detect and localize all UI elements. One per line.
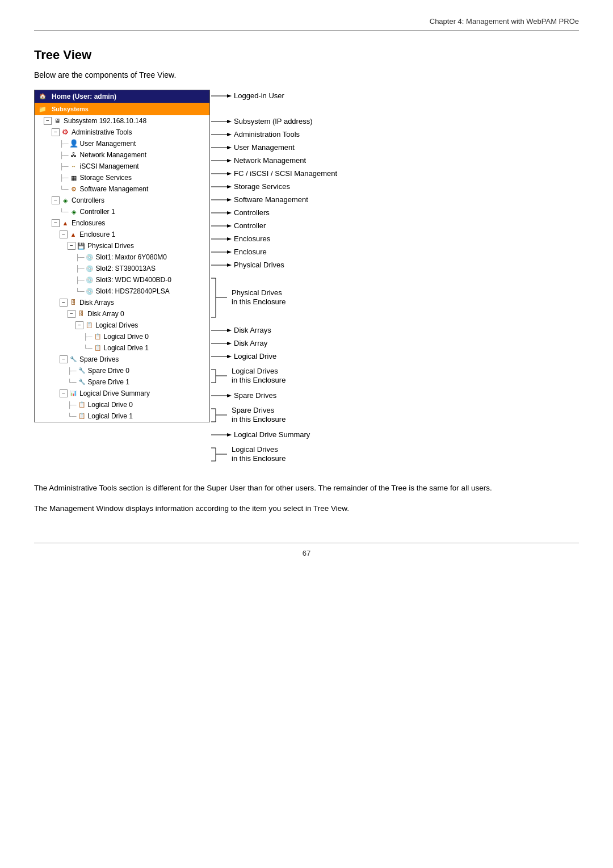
enclosure1-icon: ▲ — [69, 230, 78, 239]
subsystem-label: Subsystem 192.168.10.148 — [64, 117, 146, 125]
slot3-label: Slot3: WDC WD400BD-0 — [96, 276, 171, 284]
svg-marker-34 — [227, 250, 232, 254]
tree-slot3[interactable]: ├─ 💿 Slot3: WDC WD400BD-0 — [35, 274, 209, 286]
logical-drive1-label: Logical Drive 1 — [104, 344, 149, 352]
tree-ld-sum0[interactable]: ├─ 📋 Logical Drive 0 — [35, 399, 209, 410]
enclosures-label: Enclosures — [72, 219, 105, 227]
tree-controllers[interactable]: − ◈ Controllers — [35, 195, 209, 206]
disk-arrays-icon: 🗄 — [69, 298, 78, 307]
tree-subsystem[interactable]: − 🖥 Subsystem 192.168.10.148 — [35, 115, 209, 127]
spare-drives-label: Spare Drives — [79, 355, 119, 363]
user-mgmt-label: User Management — [80, 140, 136, 148]
logical-drive1-icon: 📋 — [93, 343, 102, 353]
tree-spare-drive0[interactable]: ├─ 🔧 Spare Drive 0 — [35, 365, 209, 376]
svg-text:Logged-in User: Logged-in User — [234, 91, 285, 100]
physical-drives-label: Physical Drives — [87, 242, 134, 250]
expand-logical-drives[interactable]: − — [75, 321, 83, 329]
iscsi-label: iSCSI Management — [80, 162, 139, 170]
subsystem-icon: 🖥 — [53, 116, 62, 125]
expand-phys-drives[interactable]: − — [68, 242, 75, 250]
tree-ld-summary[interactable]: − 📊 Logical Drive Summary — [35, 388, 209, 399]
expand-disk-array0[interactable]: − — [68, 310, 75, 318]
svg-text:in this Enclosure: in this Enclosure — [232, 454, 285, 463]
slot4-icon: 💿 — [85, 287, 94, 296]
ld-sum0-label: Logical Drive 0 — [88, 401, 133, 409]
tree-slot2[interactable]: ├─ 💿 Slot2: ST380013AS — [35, 263, 209, 274]
storage-svc-icon: ▦ — [69, 173, 78, 182]
slot2-icon: 💿 — [85, 264, 94, 273]
tree-physical-drives[interactable]: − 💾 Physical Drives — [35, 240, 209, 251]
spare-drive0-label: Spare Drive 0 — [88, 367, 129, 375]
tree-iscsi-mgmt[interactable]: ├─ ↔ iSCSI Management — [35, 161, 209, 172]
connector9: ├─ — [75, 276, 85, 283]
tree-spare-drive1[interactable]: └─ 🔧 Spare Drive 1 — [35, 376, 209, 388]
slot3-icon: 💿 — [85, 275, 94, 284]
svg-marker-25 — [227, 211, 232, 215]
spare-drive1-icon: 🔧 — [77, 378, 86, 387]
tree-logical-drives[interactable]: − 📋 Logical Drives — [35, 320, 209, 331]
connector4: ├─ — [60, 174, 69, 181]
logical-drive0-icon: 📋 — [93, 332, 102, 341]
svg-text:in this Enclosure: in this Enclosure — [232, 376, 285, 384]
controller1-label: Controller 1 — [80, 208, 115, 216]
svg-text:in this Enclosure: in this Enclosure — [232, 415, 285, 423]
user-mgmt-icon: 👤 — [69, 139, 78, 148]
expand-admin[interactable]: − — [52, 128, 60, 136]
ld-summary-icon: 📊 — [69, 389, 78, 398]
expand-enclosure1[interactable]: − — [60, 230, 68, 238]
tree-slot4[interactable]: └─ 💿 Slot4: HDS728040PLSA — [35, 286, 209, 297]
network-mgmt-icon: 🖧 — [69, 150, 78, 160]
expand-spare-drives[interactable]: − — [60, 355, 68, 363]
tree-network-mgmt[interactable]: ├─ 🖧 Network Management — [35, 149, 209, 161]
tree-logical-drive1[interactable]: └─ 📋 Logical Drive 1 — [35, 342, 209, 354]
expand-disk-arrays[interactable]: − — [60, 299, 68, 307]
tree-root[interactable]: 🏠 Home (User: admin) — [35, 90, 209, 103]
tree-subsystems-bar[interactable]: 📁 Subsystems — [35, 103, 209, 115]
tree-user-mgmt[interactable]: ├─ 👤 User Management — [35, 138, 209, 149]
svg-marker-50 — [227, 342, 232, 345]
svg-text:Storage Services: Storage Services — [234, 182, 290, 191]
svg-text:Administration Tools: Administration Tools — [234, 130, 300, 139]
tree-controller1[interactable]: └─ ◈ Controller 1 — [35, 206, 209, 217]
svg-text:Physical Drives: Physical Drives — [232, 288, 282, 297]
connector7: ├─ — [75, 254, 85, 261]
svg-text:Spare Drives: Spare Drives — [234, 391, 277, 400]
logical-drives-icon: 📋 — [85, 321, 94, 330]
expand-subsystem[interactable]: − — [44, 117, 52, 125]
network-mgmt-label: Network Management — [80, 151, 146, 159]
svg-marker-1 — [227, 94, 232, 98]
tree-spare-drives[interactable]: − 🔧 Spare Drives — [35, 354, 209, 365]
expand-enclosures[interactable]: − — [52, 219, 60, 227]
tree-enclosures[interactable]: − ▲ Enclosures — [35, 217, 209, 229]
svg-text:Network Management: Network Management — [234, 156, 306, 165]
connector14: └─ — [68, 379, 77, 385]
expand-controllers[interactable]: − — [52, 196, 60, 204]
tree-disk-arrays[interactable]: − 🗄 Disk Arrays — [35, 297, 209, 308]
svg-marker-62 — [227, 394, 232, 397]
slot2-label: Slot2: ST380013AS — [96, 265, 156, 272]
tree-logical-drive0[interactable]: ├─ 📋 Logical Drive 0 — [35, 331, 209, 342]
tree-disk-array0[interactable]: − 🗄 Disk Array 0 — [35, 308, 209, 320]
tree-ld-sum1[interactable]: └─ 📋 Logical Drive 1 — [35, 410, 209, 422]
slot1-icon: 💿 — [85, 253, 94, 262]
svg-marker-47 — [227, 329, 232, 332]
annotations-svg: Logged-in User Subsystem (IP address) Ad… — [210, 90, 454, 464]
tree-enclosure1[interactable]: − ▲ Enclosure 1 — [35, 229, 209, 240]
svg-marker-16 — [227, 172, 232, 175]
tree-storage-svc[interactable]: ├─ ▦ Storage Services — [35, 172, 209, 183]
logical-drives-label: Logical Drives — [95, 321, 138, 329]
admin-tools-icon: ⚙ — [61, 128, 70, 137]
tree-admin-tools[interactable]: − ⚙ Administrative Tools — [35, 127, 209, 138]
tree-software-mgmt[interactable]: └─ ⚙ Software Management — [35, 183, 209, 195]
svg-marker-71 — [227, 433, 232, 437]
svg-marker-10 — [227, 146, 232, 149]
expand-ld-summary[interactable]: − — [60, 389, 68, 397]
connector12: └─ — [83, 345, 93, 351]
svg-text:Logical Drives: Logical Drives — [232, 445, 278, 454]
ld-sum1-label: Logical Drive 1 — [88, 412, 133, 420]
svg-text:Enclosure: Enclosure — [234, 248, 267, 256]
connector15: ├─ — [68, 401, 77, 408]
tree-slot1[interactable]: ├─ 💿 Slot1: Maxtor 6Y080M0 — [35, 251, 209, 263]
spare-drive1-label: Spare Drive 1 — [88, 378, 129, 386]
svg-marker-22 — [227, 198, 232, 202]
